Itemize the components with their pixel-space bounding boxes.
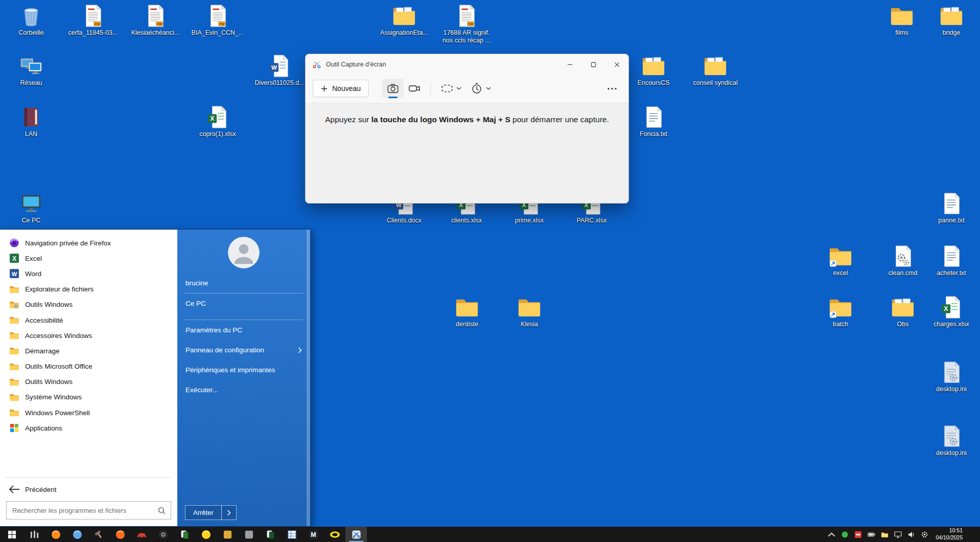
windows-desktop: CorbeilleFWcerfa_11845-03...FWKlesiaéché… bbox=[0, 0, 980, 542]
search-input[interactable] bbox=[11, 506, 157, 515]
desktop-icon-encourscs[interactable]: EncoursCS bbox=[625, 54, 682, 87]
desktop-icon-conseil-syndical[interactable]: conseil syndical bbox=[687, 54, 744, 87]
desktop-icon-desktop-ini[interactable]: desktop.ini bbox=[923, 360, 980, 393]
car-game-icon[interactable] bbox=[131, 527, 152, 542]
m-app-icon[interactable]: M bbox=[302, 527, 324, 542]
equalizer-icon[interactable] bbox=[24, 527, 45, 542]
start-menu-item-outils-windows[interactable]: Outils Windows bbox=[0, 374, 177, 390]
desktop-icon-label: PARC.xlsx bbox=[576, 217, 608, 224]
desktop-icon-r-seau[interactable]: Réseau bbox=[3, 54, 60, 87]
paint-app-icon[interactable] bbox=[66, 527, 88, 542]
start-menu-right-item-panneau-de-configuration[interactable]: Panneau de configuration bbox=[177, 340, 310, 360]
maximize-button[interactable] bbox=[581, 54, 605, 75]
volume-icon[interactable] bbox=[907, 530, 915, 538]
desktop-icon-copro-1-xlsx[interactable]: Xcopro(1).xlsx bbox=[189, 105, 246, 138]
new-capture-button[interactable]: Nouveau bbox=[313, 80, 369, 97]
start-menu-item-explorateur-de-fichiers[interactable]: Explorateur de fichiers bbox=[0, 282, 177, 297]
start-menu-right-item-p-riph-riques-et-imprimantes[interactable]: Périphériques et imprimantes bbox=[177, 360, 310, 380]
start-menu-item-navigation-priv-e-de-firefox[interactable]: Navigation privée de Firefox bbox=[0, 235, 177, 251]
start-menu-places-list: Ce PCParamètres du PCPanneau de configur… bbox=[177, 293, 310, 400]
desktop-icon-ce-pc[interactable]: Ce PC bbox=[3, 192, 60, 224]
start-menu-item-excel[interactable]: XExcel bbox=[0, 251, 177, 266]
firefox-orange-icon[interactable] bbox=[109, 527, 131, 542]
desktop-icon-dentiste[interactable]: dentiste bbox=[438, 296, 496, 328]
red-status-icon[interactable] bbox=[854, 530, 862, 538]
video-mode-button[interactable] bbox=[404, 79, 425, 98]
hammer-tool-icon[interactable] bbox=[88, 527, 109, 542]
more-options-button[interactable] bbox=[603, 80, 621, 97]
batman-icon[interactable] bbox=[324, 527, 345, 542]
battery-icon[interactable] bbox=[867, 530, 875, 538]
hidden-icons-chevron[interactable] bbox=[827, 530, 835, 538]
tire-icon[interactable] bbox=[152, 527, 174, 542]
tray-folder-icon[interactable] bbox=[880, 530, 889, 538]
firefox-icon[interactable] bbox=[45, 527, 66, 542]
folder-sm-icon bbox=[9, 377, 19, 387]
solitaire-icon[interactable] bbox=[174, 527, 195, 542]
txt-icon bbox=[940, 192, 963, 215]
settings-gear-icon[interactable] bbox=[920, 530, 928, 538]
cards-icon[interactable] bbox=[260, 527, 281, 542]
start-menu-scrollbar[interactable] bbox=[307, 230, 310, 526]
close-button[interactable] bbox=[605, 54, 628, 75]
desktop-icon-label: excel bbox=[832, 269, 849, 277]
gray-app-icon[interactable] bbox=[238, 527, 260, 542]
start-menu-item-label: Accessibilité bbox=[25, 317, 63, 324]
screenshot-mode-button[interactable] bbox=[382, 79, 404, 98]
start-menu-item-applications[interactable]: Applications bbox=[0, 420, 177, 436]
timer-dropdown[interactable] bbox=[465, 79, 495, 98]
minimize-button[interactable] bbox=[558, 54, 581, 75]
snipping-tool-titlebar[interactable]: Outil Capture d'écran bbox=[306, 54, 628, 75]
desktop-icon-panne-txt[interactable]: panne.txt bbox=[923, 192, 980, 224]
pacman-icon[interactable] bbox=[195, 527, 217, 542]
start-menu-item-accessibilit[interactable]: Accessibilité bbox=[0, 312, 177, 328]
desktop-icon-label: batch bbox=[832, 321, 850, 328]
snipping-tool-icon[interactable] bbox=[345, 527, 367, 542]
start-menu-right-item-param-tres-du-pc[interactable]: Paramètres du PC bbox=[177, 320, 310, 340]
user-name[interactable]: brucine bbox=[185, 279, 310, 287]
desktop-icon-desktop-ini[interactable]: desktop.ini bbox=[923, 424, 980, 457]
desktop-icon-klesia-ch-anci[interactable]: FWKlesiaéchéanci... bbox=[127, 4, 184, 37]
folder-shortcut-icon bbox=[829, 296, 852, 319]
display-icon[interactable] bbox=[894, 530, 902, 538]
desktop-icon-foncia-txt[interactable]: Foncia.txt bbox=[625, 105, 682, 138]
desktop-icon-bridge[interactable]: bridge bbox=[923, 4, 980, 37]
desktop-icon-corbeille[interactable]: Corbeille bbox=[3, 4, 60, 37]
taskbar-clock[interactable]: 10:51 04/10/2025 bbox=[936, 527, 963, 541]
start-menu-item-word[interactable]: WWord bbox=[0, 266, 177, 281]
user-avatar[interactable] bbox=[228, 237, 260, 268]
start-button[interactable] bbox=[0, 527, 24, 542]
desktop-icon-assignationeta[interactable]: AssignationEta... bbox=[376, 4, 433, 37]
desktop-icon-batch[interactable]: batch bbox=[812, 296, 869, 328]
desktop-icon-excel[interactable]: excel bbox=[812, 244, 869, 277]
shutdown-options-button[interactable] bbox=[221, 505, 237, 520]
start-menu-right-item-ce-pc[interactable]: Ce PC bbox=[177, 293, 310, 313]
start-menu-item-syst-me-windows[interactable]: Système Windows bbox=[0, 390, 177, 405]
firefox-private-icon bbox=[9, 238, 19, 248]
desktop-icon-17688-ar-signif-nos-ccls-r-cap[interactable]: FW17688 AR signif. nos ccls récap ... bbox=[438, 4, 495, 44]
start-menu-item-outils-windows[interactable]: Outils Windows bbox=[0, 297, 177, 312]
shutdown-button[interactable]: Arrêter bbox=[185, 505, 222, 520]
search-icon[interactable] bbox=[157, 506, 166, 515]
start-menu-item-outils-microsoft-office[interactable]: Outils Microsoft Office bbox=[0, 359, 177, 374]
desktop-icon-lan[interactable]: LAN bbox=[3, 105, 60, 138]
desktop-icon-divers011025-d[interactable]: WDivers011025.d... bbox=[251, 54, 308, 87]
start-menu-back-item[interactable]: Précédent bbox=[0, 480, 177, 499]
folder-icon bbox=[455, 296, 479, 319]
desktop-icon-films[interactable]: films bbox=[873, 4, 930, 37]
spreadsheet-icon[interactable] bbox=[281, 527, 302, 542]
start-menu-item-accessoires-windows[interactable]: Accessoires Windows bbox=[0, 328, 177, 343]
start-menu-right-item-ex-cuter[interactable]: Exécuter... bbox=[177, 380, 310, 400]
desktop-icon-charges-xlsx[interactable]: Xcharges.xlsx bbox=[923, 296, 980, 328]
desktop-icon-cerfa-11845-03[interactable]: FWcerfa_11845-03... bbox=[64, 4, 122, 37]
capture-shape-dropdown[interactable] bbox=[436, 79, 465, 98]
back-arrow-icon bbox=[9, 485, 20, 493]
arcade-icon[interactable] bbox=[217, 527, 238, 542]
start-menu-item-windows-powershell[interactable]: Windows PowerShell bbox=[0, 405, 177, 420]
desktop-icon-klesia[interactable]: Klesia bbox=[501, 296, 558, 328]
desktop-icon-acheter-txt[interactable]: acheter.txt bbox=[923, 244, 980, 277]
excel-sq-icon: X bbox=[9, 253, 19, 263]
green-status-icon[interactable] bbox=[841, 530, 849, 538]
desktop-icon-bia-evin-ccn[interactable]: FWBIA_Evin_CCN_... bbox=[189, 4, 246, 37]
start-menu-item-d-marrage[interactable]: Démarrage bbox=[0, 343, 177, 358]
